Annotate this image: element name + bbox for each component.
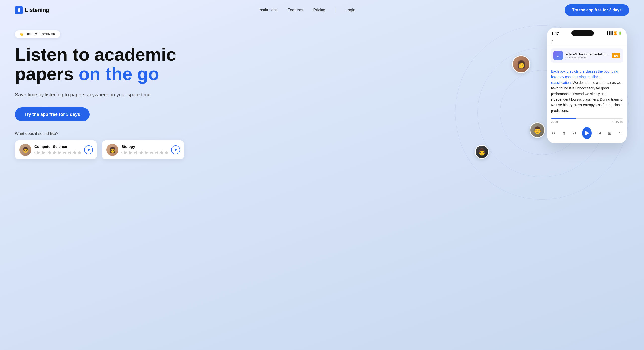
phone-content: Each box predicts the classes the boundi… [547, 65, 626, 117]
hero-title-line1: Listen to academic [15, 45, 176, 65]
layout-button[interactable]: ⊞ [607, 130, 612, 137]
paper-category: Machine Learning [566, 56, 610, 59]
bio-avatar: 👩 [106, 144, 118, 156]
wifi-icon: 📶 [614, 31, 618, 35]
skip-forward-button[interactable]: ⏭ [596, 130, 602, 137]
logo-icon [15, 6, 23, 14]
hello-badge: 👋 HELLO LISTENER [15, 30, 60, 38]
signal-icon: ▐▐▐ [606, 31, 613, 35]
skip-back-button[interactable]: ⏮ [572, 130, 577, 137]
bio-waveform [121, 150, 168, 155]
float-avatar-2: 👨 [475, 145, 489, 159]
loop-button[interactable]: ↻ [617, 130, 622, 137]
content-normal: We do not use a softmax as we have found… [551, 81, 622, 112]
nav-features[interactable]: Features [288, 8, 303, 13]
battery-icon: 🔋 [618, 31, 622, 35]
phone-notch [572, 30, 594, 36]
phone-progress-fill [551, 118, 576, 119]
play-pause-button[interactable] [582, 127, 591, 139]
logo[interactable]: Listening [15, 6, 49, 14]
share-button[interactable]: ⬆ [562, 130, 567, 137]
hero-subtitle: Save time by listening to papers anywher… [15, 91, 184, 98]
badge-text: HELLO LISTENER [26, 32, 56, 36]
nav-divider [335, 8, 336, 13]
float-avatar-3: 👨 [530, 122, 545, 138]
phone-time: 1:47 [552, 31, 559, 35]
nav-login[interactable]: Login [345, 8, 355, 13]
paper-title: Yolo v3: An incremental im... [566, 52, 610, 56]
time-remaining: 01:45:18 [612, 121, 622, 124]
phone-header: ‹ [547, 37, 626, 46]
phone-time-row: 45:23 01:45:18 [547, 120, 626, 125]
hero-right: 👩 👨 👨 1:47 ▐▐▐ 📶 🔋 [420, 21, 644, 200]
hero-title-line2-normal: papers [15, 64, 78, 84]
nav-links: Institutions Features Pricing Login [258, 8, 355, 13]
audio-card-cs: 👨 Computer Science [15, 140, 97, 159]
sound-label: What does it sound like? [15, 131, 184, 136]
replay-button[interactable]: ↺ [551, 130, 556, 137]
back-arrow-icon[interactable]: ‹ [552, 38, 553, 44]
phone-mockup: 1:47 ▐▐▐ 📶 🔋 ‹ ♫ Yolo v3: An incremental… [547, 28, 626, 143]
brand-name: Listening [25, 7, 49, 14]
nav-pricing[interactable]: Pricing [313, 8, 326, 13]
time-elapsed: 45:23 [551, 121, 558, 124]
nav-cta-button[interactable]: Try the app free for 3 days [565, 5, 629, 16]
aa-button[interactable]: aA [612, 53, 620, 59]
float-avatar-1: 👩 [512, 55, 530, 73]
cs-avatar: 👨 [20, 144, 31, 156]
cs-info: Computer Science [34, 144, 81, 155]
hero-title: Listen to academic papers on the go [15, 45, 184, 84]
hero-cta-button[interactable]: Try the app free for 3 days [15, 107, 90, 121]
cs-waveform [34, 150, 81, 155]
hero-title-highlight: on the go [78, 64, 159, 84]
phone-progress-bar[interactable] [551, 118, 622, 119]
paper-info: Yolo v3: An incremental im... Machine Le… [566, 52, 610, 59]
hero-left: 👋 HELLO LISTENER Listen to academic pape… [15, 30, 184, 159]
phone-status-bar: 1:47 ▐▐▐ 📶 🔋 [547, 28, 626, 37]
badge-emoji: 👋 [20, 32, 24, 36]
paper-icon: ♫ [554, 51, 563, 60]
paper-card[interactable]: ♫ Yolo v3: An incremental im... Machine … [550, 48, 623, 63]
bio-info: Biology [121, 144, 168, 155]
nav-institutions[interactable]: Institutions [258, 8, 278, 13]
cs-title: Computer Science [34, 144, 81, 149]
phone-controls: ↺ ⬆ ⏮ ⏭ ⊞ ↻ [547, 125, 626, 143]
audio-cards: 👨 Computer Science 👩 Biology [15, 140, 184, 159]
phone-status-icons: ▐▐▐ 📶 🔋 [606, 31, 622, 35]
bio-title: Biology [121, 144, 168, 149]
hero-section: 👋 HELLO LISTENER Listen to academic pape… [0, 21, 644, 200]
bio-play-button[interactable] [171, 145, 180, 154]
audio-card-bio: 👩 Biology [102, 140, 184, 159]
navbar: Listening Institutions Features Pricing … [0, 0, 644, 21]
cs-play-button[interactable] [84, 145, 93, 154]
